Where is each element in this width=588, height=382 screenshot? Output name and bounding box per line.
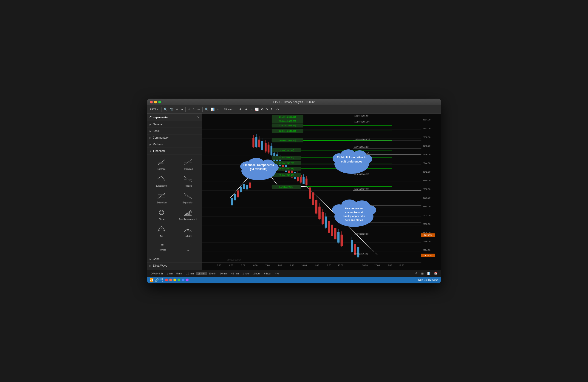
svg-text:9:00: 9:00 [290, 264, 294, 266]
close-toolbar-button[interactable]: ✕ [265, 107, 269, 112]
search-button[interactable]: 🔍 [163, 107, 168, 112]
fib-arc[interactable]: Arc [149, 224, 174, 239]
sidebar-close-button[interactable]: ✕ [197, 115, 200, 119]
tf-chart-btn[interactable]: 📊 [426, 271, 432, 275]
sidebar-header: Components ✕ [147, 113, 202, 121]
svg-text:6:00: 6:00 [253, 264, 258, 266]
fib-retrace-2[interactable]: Retrace [175, 174, 201, 189]
cursor-button[interactable]: ↖ [192, 107, 196, 112]
arrow-down-icon: ▼ [149, 150, 152, 152]
fib-extension-1[interactable]: Extension [175, 157, 201, 172]
svg-point-19 [160, 211, 163, 214]
window-frame: EPZ7 - Primary Analysis - 15 min* EPZ7 ▼… [147, 99, 441, 283]
zoom-button[interactable]: 🔍 [204, 107, 209, 112]
settings-button[interactable]: ⚙ [260, 107, 264, 112]
fib-more-1[interactable]: ≡ Retrace [158, 241, 167, 253]
circle-icon [157, 209, 166, 217]
screenshot-button[interactable]: 📷 [169, 107, 174, 112]
tf-options-btn[interactable]: ⚙ [414, 271, 419, 275]
svg-line-16 [184, 193, 191, 199]
svg-text:78.6%(2644.04): 78.6%(2644.04) [355, 152, 369, 155]
tf-30min[interactable]: 30 min [218, 272, 229, 275]
svg-text:5:00: 5:00 [241, 264, 246, 266]
redo-button[interactable]: ↪ [180, 107, 184, 112]
svg-text:19:00: 19:00 [399, 264, 404, 266]
sidebar-item-commentary[interactable]: ▶ Commentary [147, 135, 202, 141]
fib-circle[interactable]: Circle [149, 207, 174, 223]
fib-more-2[interactable]: ⌒ Arc [186, 241, 191, 253]
symbol-selector[interactable]: EPZ7 ▼ [149, 108, 160, 111]
arrow-icon: ▶ [149, 123, 151, 126]
tf-45min[interactable]: 45 min [230, 272, 240, 275]
fib-expansion-2[interactable]: Expansion [175, 190, 201, 206]
retrace-icon [157, 158, 166, 167]
tf-2hour[interactable]: 2 hour [252, 272, 262, 275]
svg-text:12:00: 12:00 [326, 264, 331, 266]
sidebar-item-elliott[interactable]: ▶ Elliott Wave [147, 263, 202, 269]
fib-retrace-1[interactable]: Retrace [149, 157, 174, 172]
sidebar-item-fibonacci[interactable]: ▼ Fibonacci [147, 148, 202, 155]
svg-text:61.8%(2640.35): 61.8%(2640.35) [355, 173, 369, 175]
sidebar-item-gartley[interactable]: ▶ Gartley [147, 269, 202, 270]
arrow-icon: ▶ [149, 136, 151, 139]
svg-text:61.8%(2644.12): 61.8%(2644.12) [279, 156, 294, 159]
undo-button[interactable]: ↩ [175, 107, 179, 112]
tf-1hour[interactable]: 1 hour [241, 272, 251, 275]
fib-halfarc[interactable]: Half Arc [175, 224, 201, 239]
tf-5min[interactable]: 5 min [175, 272, 184, 275]
svg-rect-148 [357, 247, 359, 257]
more-button[interactable]: >> [275, 107, 280, 112]
refresh-button[interactable]: ↻ [270, 107, 274, 112]
crosshair-button[interactable]: ✛ [187, 107, 191, 112]
fib-fan[interactable]: Fan Retracement [175, 207, 201, 223]
timeframe-selector[interactable]: 15 min ▼ [223, 108, 235, 111]
svg-text:2646.00: 2646.00 [423, 153, 430, 156]
chart-canvas: 161.8%(2653.62) 150.0%(2652.50) 138.2%(2… [202, 113, 441, 270]
tf-more[interactable]: >>₅ [273, 271, 280, 275]
extension-icon-1 [184, 158, 192, 167]
fib-expansion-1[interactable]: Expansion [149, 174, 174, 189]
tf-calendar-btn[interactable]: 📅 [433, 271, 439, 275]
fib-extension-2[interactable]: Extension [149, 190, 174, 206]
svg-rect-138 [334, 228, 336, 240]
fib-more-icon-2: ⌒ [187, 243, 191, 248]
svg-text:50.0%(2637.75): 50.0%(2637.75) [355, 188, 369, 190]
expansion-icon-2 [184, 192, 192, 201]
line-button[interactable]: ≡ [250, 107, 253, 112]
tf-layout-btn[interactable]: ▦ [420, 271, 425, 275]
arrow-icon: ▶ [149, 258, 151, 260]
candle-button[interactable]: 📊 [210, 107, 215, 112]
fib-expansion-2-label: Expansion [182, 201, 193, 204]
tf-20min[interactable]: 20 min [207, 272, 218, 275]
minimize-button[interactable] [154, 101, 157, 103]
svg-text:123.6%(2653.94): 123.6%(2653.94) [355, 115, 370, 117]
sidebar-label-commentary: Commentary [153, 136, 168, 139]
maximize-button[interactable] [158, 101, 161, 103]
sidebar-item-general[interactable]: ▶ General [147, 121, 202, 128]
tf-10min[interactable]: 10 min [185, 272, 195, 275]
svg-text:7:00: 7:00 [266, 264, 270, 266]
font-down-button[interactable]: A↓ [244, 107, 249, 112]
fib-halfarc-label: Half Arc [184, 235, 192, 237]
toolbar-sep-2 [185, 107, 186, 112]
svg-text:2642.00: 2642.00 [423, 171, 430, 173]
draw-button[interactable]: ✏ [197, 107, 201, 112]
tf-1min[interactable]: 1 min [165, 272, 174, 275]
retrace-icon-2 [184, 175, 192, 184]
ofa-button[interactable]: OFA®(8,3) [149, 272, 165, 275]
fib-extension-2-label: Extension [156, 201, 167, 204]
sidebar-item-gann[interactable]: ▶ Gann [147, 256, 202, 263]
sidebar-item-markers[interactable]: ▶ Markers [147, 141, 202, 148]
fib-expansion-1-label: Expansion [156, 184, 167, 187]
tf-6hour[interactable]: 6 hour [263, 272, 273, 275]
sidebar-item-basic[interactable]: ▶ Basic [147, 128, 202, 135]
toolbar-sep-3 [202, 107, 203, 112]
svg-text:2652.00: 2652.00 [423, 127, 430, 130]
fib-fan-label: Fan Retracement [179, 218, 197, 221]
add-button[interactable]: + [216, 107, 219, 112]
font-up-button[interactable]: A↑ [239, 107, 243, 112]
close-button[interactable] [150, 101, 153, 103]
tf-15min[interactable]: 15 min [196, 272, 207, 275]
bar-chart-button[interactable]: 📈 [254, 107, 259, 112]
datetime-label: Dec-05 15:53:04 [418, 278, 439, 282]
